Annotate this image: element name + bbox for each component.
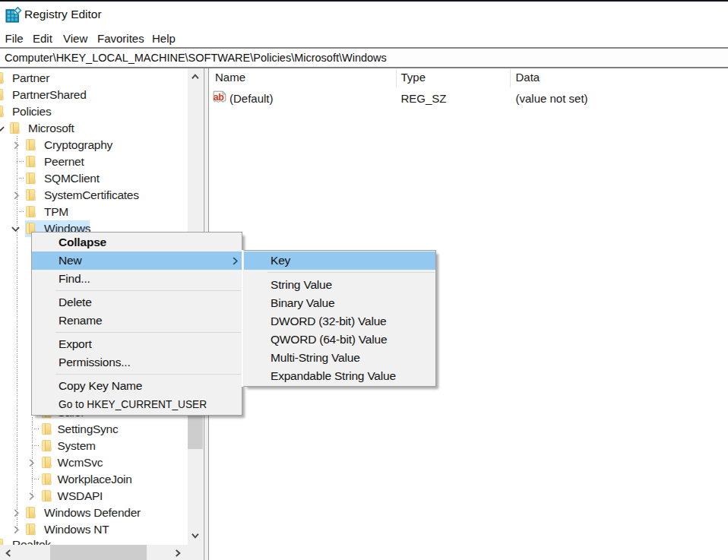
- svg-text:ab: ab: [214, 92, 224, 103]
